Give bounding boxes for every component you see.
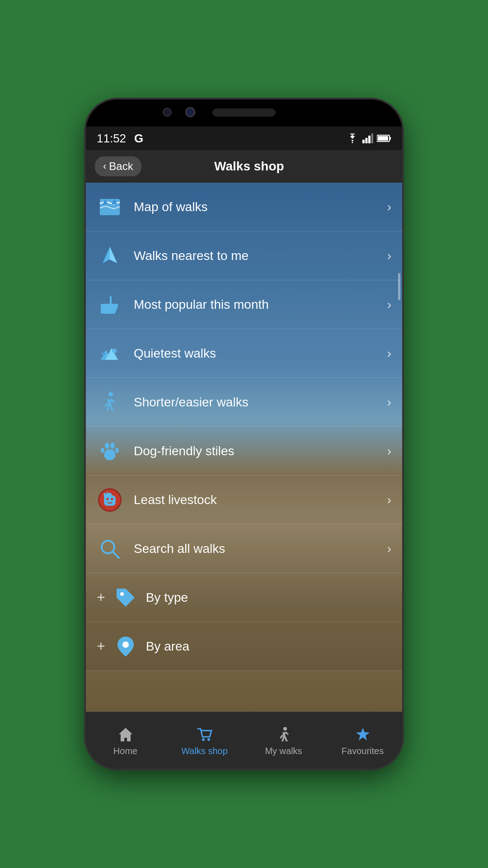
svg-point-18	[108, 392, 113, 396]
search-icon	[97, 536, 123, 562]
status-time: 11:52	[97, 132, 126, 146]
map-of-walks-label: Map of walks	[134, 200, 387, 214]
menu-item-quietest[interactable]: Quietest walks ›	[86, 329, 402, 378]
map-of-walks-chevron: ›	[387, 200, 391, 214]
svg-rect-2	[366, 138, 368, 143]
back-label: Back	[109, 160, 133, 173]
menu-item-search-all[interactable]: Search all walks ›	[86, 524, 402, 573]
search-all-chevron: ›	[387, 542, 391, 556]
shorter-chevron: ›	[387, 395, 391, 410]
nav-favourites-label: Favourites	[342, 746, 384, 756]
nav-home-label: Home	[113, 746, 137, 756]
mountains-icon	[97, 340, 123, 367]
walker-icon	[275, 726, 292, 743]
svg-rect-7	[378, 136, 388, 141]
svg-point-20	[110, 443, 115, 449]
nav-item-walks-shop[interactable]: Walks shop	[165, 722, 244, 761]
svg-point-24	[111, 497, 113, 500]
menu-item-by-area[interactable]: + By area	[86, 622, 402, 671]
home-icon	[117, 726, 134, 743]
top-bar-title: Walks shop	[141, 159, 357, 174]
nav-my-walks-label: My walks	[265, 746, 302, 756]
top-bar: ‹ Back Walks shop	[86, 150, 402, 183]
phone-speaker	[212, 108, 276, 117]
thumbs-up-icon	[97, 292, 123, 318]
svg-point-31	[283, 727, 287, 731]
most-popular-label: Most popular this month	[134, 297, 387, 312]
signal-icon	[362, 133, 373, 143]
phone-shell: 11:52 G	[86, 99, 402, 769]
most-popular-chevron: ›	[387, 297, 391, 312]
svg-point-16	[102, 353, 103, 354]
location-pin-icon	[113, 633, 139, 660]
nav-item-favourites[interactable]: Favourites	[323, 722, 402, 761]
dog-friendly-chevron: ›	[387, 444, 391, 458]
hiker-icon	[97, 389, 123, 415]
back-chevron-icon: ‹	[103, 160, 106, 172]
shorter-label: Shorter/easier walks	[134, 395, 387, 410]
svg-rect-1	[362, 140, 365, 143]
menu-item-map-of-walks[interactable]: Map of walks ›	[86, 183, 402, 231]
nav-walks-shop-label: Walks shop	[181, 746, 228, 756]
svg-point-29	[202, 738, 205, 741]
nav-item-my-walks[interactable]: My walks	[244, 722, 323, 761]
back-button[interactable]: ‹ Back	[95, 156, 141, 176]
paw-icon	[97, 438, 123, 464]
star-icon	[354, 726, 371, 743]
livestock-icon	[97, 487, 123, 513]
quietest-label: Quietest walks	[134, 346, 387, 361]
least-livestock-label: Least livestock	[134, 493, 387, 507]
svg-point-21	[101, 448, 104, 453]
map-icon	[97, 194, 123, 220]
svg-point-19	[105, 443, 109, 449]
svg-point-23	[106, 497, 108, 500]
svg-point-0	[352, 142, 353, 143]
svg-point-17	[104, 352, 106, 353]
menu-item-walks-nearest[interactable]: Walks nearest to me ›	[86, 231, 402, 280]
quietest-chevron: ›	[387, 346, 391, 361]
status-right	[346, 133, 391, 143]
menu-item-dog-friendly[interactable]: Dog-friendly stiles ›	[86, 427, 402, 476]
tag-icon	[113, 585, 139, 611]
by-type-plus-icon: +	[97, 589, 105, 606]
svg-rect-6	[389, 137, 391, 140]
svg-point-22	[115, 448, 119, 453]
phone-notch	[86, 99, 402, 127]
svg-marker-32	[356, 728, 370, 741]
least-livestock-chevron: ›	[387, 493, 391, 507]
content-area: Map of walks › Walks nearest to me ›	[86, 183, 402, 712]
menu-item-by-type[interactable]: + By type	[86, 573, 402, 622]
camera-front-right	[185, 107, 195, 117]
scrollbar[interactable]	[398, 273, 400, 300]
camera-front-left	[163, 108, 172, 117]
menu-list: Map of walks › Walks nearest to me ›	[86, 183, 402, 671]
dog-friendly-label: Dog-friendly stiles	[134, 444, 387, 458]
by-type-label: By type	[146, 590, 391, 605]
status-bar: 11:52 G	[86, 127, 402, 150]
svg-line-26	[113, 552, 119, 558]
navigation-icon	[97, 243, 123, 269]
menu-item-least-livestock[interactable]: Least livestock ›	[86, 476, 402, 524]
svg-point-15	[112, 349, 117, 353]
search-all-label: Search all walks	[134, 542, 387, 556]
nav-item-home[interactable]: Home	[86, 722, 165, 761]
wifi-icon	[346, 133, 359, 143]
battery-icon	[377, 134, 391, 142]
by-area-label: By area	[146, 639, 391, 654]
walks-nearest-label: Walks nearest to me	[134, 249, 387, 263]
menu-item-shorter[interactable]: Shorter/easier walks ›	[86, 378, 402, 427]
status-google-icon: G	[134, 132, 143, 146]
menu-item-most-popular[interactable]: Most popular this month ›	[86, 280, 402, 329]
by-area-plus-icon: +	[97, 638, 105, 655]
svg-point-27	[120, 592, 124, 596]
svg-point-28	[122, 642, 129, 648]
bottom-nav: Home Walks shop My walks	[86, 712, 402, 769]
walks-nearest-chevron: ›	[387, 249, 391, 263]
svg-rect-4	[371, 133, 374, 143]
status-left: 11:52 G	[97, 132, 143, 146]
svg-rect-3	[368, 136, 371, 143]
cart-icon	[196, 726, 213, 743]
svg-point-30	[207, 738, 210, 741]
